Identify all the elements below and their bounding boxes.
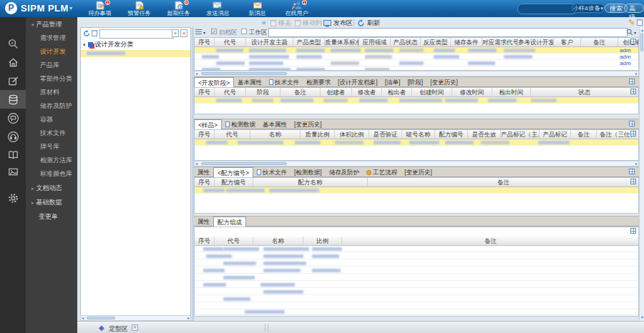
zone-close-icon[interactable]: ✕ xyxy=(132,324,138,331)
sidebar-item[interactable]: 储存及防护 xyxy=(26,99,77,113)
tab[interactable]: 属性 xyxy=(194,167,213,178)
tab[interactable]: [清单] xyxy=(381,77,404,88)
chat-icon[interactable] xyxy=(0,109,26,127)
hscrollbar[interactable]: ◂▸ xyxy=(194,71,639,76)
nav-new-message[interactable]: 新消息 xyxy=(238,0,277,17)
sidebar-item[interactable]: 标准颜色库 xyxy=(26,167,77,181)
sidebar-item[interactable]: 产品库 xyxy=(26,59,77,72)
table-row[interactable]: adm xyxy=(195,60,638,66)
column-header[interactable]: 储存条件 xyxy=(451,38,482,47)
table-row[interactable] xyxy=(195,97,638,104)
scrollbar-thumb[interactable] xyxy=(201,72,287,75)
tab[interactable]: <样品> xyxy=(194,119,222,130)
explore-search-icon[interactable] xyxy=(0,34,26,53)
tab[interactable]: <开发阶段> xyxy=(194,77,234,88)
scroll-arrow[interactable]: ◂ xyxy=(195,71,197,76)
tree-layers-icon[interactable] xyxy=(92,30,97,36)
tab[interactable]: [变更历史] xyxy=(291,119,326,130)
home-icon[interactable] xyxy=(0,53,26,71)
workspace-checkbox[interactable] xyxy=(241,29,247,34)
table-row[interactable] xyxy=(195,246,638,252)
sidebar-item[interactable]: 需求管理 xyxy=(26,31,77,45)
column-header[interactable]: 序号 xyxy=(195,88,215,97)
search-icon[interactable] xyxy=(626,29,633,36)
database-icon[interactable] xyxy=(0,90,26,109)
nav-todo-items[interactable]: 1 待办事项 xyxy=(80,0,119,17)
scroll-arrow[interactable]: ◂ xyxy=(195,161,197,166)
table-grid-icon[interactable] xyxy=(629,79,635,84)
column-header[interactable]: 备注 xyxy=(571,130,597,139)
tab[interactable]: 配方组成 xyxy=(213,217,246,227)
column-header[interactable]: 反应类型 xyxy=(421,38,451,47)
global-search-input[interactable] xyxy=(517,4,577,14)
filter-search-input[interactable] xyxy=(268,28,628,37)
table-row[interactable] xyxy=(195,274,638,281)
column-header[interactable]: 产品状态 xyxy=(391,38,421,47)
tree-expand-button[interactable]: + xyxy=(172,29,179,37)
column-header[interactable]: 质量体系标准 xyxy=(325,38,359,47)
column-header[interactable]: 备注 xyxy=(581,38,618,47)
column-header[interactable]: 唛号名称 xyxy=(402,130,435,139)
column-header[interactable]: 代号 xyxy=(215,88,246,97)
headset-icon[interactable] xyxy=(0,127,26,146)
tab[interactable]: [变更历史] xyxy=(401,167,436,178)
nav-online-users[interactable]: 1 在线用户 xyxy=(277,0,316,17)
search-scope-select[interactable]: 小样&设备▾ xyxy=(572,4,605,13)
tab[interactable]: [设计开发档案] xyxy=(334,77,381,88)
book-icon[interactable] xyxy=(0,145,26,164)
edit-pencil-icon[interactable]: ✎ xyxy=(628,18,635,27)
gallery-icon[interactable] xyxy=(0,162,26,181)
sidebar-item[interactable]: 检测方法库 xyxy=(26,154,77,167)
column-header[interactable]: 检出时间 xyxy=(492,88,531,97)
column-header[interactable]: 序号 xyxy=(195,237,215,246)
column-header[interactable]: 代号 xyxy=(215,130,250,139)
column-header[interactable]: 备注 xyxy=(342,237,638,246)
table-grid-icon[interactable] xyxy=(630,179,636,184)
column-header[interactable]: 质量比例 xyxy=(301,130,335,139)
nav-overdue-tasks[interactable]: 5 超期任务 xyxy=(159,0,198,17)
table-grid-icon[interactable] xyxy=(630,89,636,94)
tab[interactable]: 属性 xyxy=(194,217,213,227)
column-header[interactable]: 是否生效 xyxy=(468,130,501,139)
scroll-arrow[interactable]: ▾ xyxy=(640,315,644,320)
tree-refresh-icon[interactable] xyxy=(83,30,90,37)
column-header[interactable]: 创建者 xyxy=(321,88,352,97)
column-header[interactable]: 代号 xyxy=(215,237,253,246)
scrollbar-thumb[interactable] xyxy=(201,162,287,165)
tree-collapse-button[interactable]: × xyxy=(180,29,187,37)
column-header[interactable]: 检出者 xyxy=(382,88,412,97)
archive-checkbox[interactable]: ✓ xyxy=(211,29,217,34)
column-header[interactable]: 名称 xyxy=(250,130,301,139)
column-header[interactable]: 设计开发主题 xyxy=(246,38,293,47)
table-grid-icon[interactable] xyxy=(630,228,636,234)
table-row[interactable] xyxy=(195,289,638,295)
table-row[interactable] xyxy=(195,282,638,288)
column-header[interactable]: 序号 xyxy=(195,38,215,47)
table-grid-icon[interactable] xyxy=(629,169,635,174)
scrollbar-thumb[interactable] xyxy=(87,317,115,319)
view-mode-icon[interactable] xyxy=(195,29,202,35)
collapse-panel-button[interactable]: « xyxy=(262,19,266,26)
sidebar-section-docs[interactable]: ▸文档动态 xyxy=(26,181,77,195)
tab[interactable]: [变更历史] xyxy=(426,77,462,88)
column-header[interactable]: 应用领域 xyxy=(359,38,391,47)
table-grid-icon[interactable] xyxy=(630,39,636,44)
scroll-arrow[interactable]: ▸ xyxy=(635,161,638,166)
column-header[interactable]: 状态 xyxy=(531,88,638,97)
sidebar-section-product[interactable]: ▾产品管理 xyxy=(26,17,77,31)
column-header[interactable]: 备注 xyxy=(280,88,321,97)
scroll-arrow[interactable]: ▸ xyxy=(635,71,638,76)
tree-selected-node[interactable] xyxy=(81,50,190,57)
sidebar-item[interactable]: 牌号库 xyxy=(26,140,77,154)
column-header[interactable]: 客户 xyxy=(554,38,581,47)
sidebar-item[interactable]: 零部件分类 xyxy=(26,72,77,86)
column-header[interactable]: 配方编号 xyxy=(435,130,468,139)
table-grid-icon[interactable] xyxy=(630,131,636,136)
tab[interactable]: 技术文件 xyxy=(265,77,303,88)
sidebar-item[interactable]: 原材料 xyxy=(26,86,77,99)
settings-gear-icon[interactable] xyxy=(0,189,26,207)
tab[interactable]: 储存及防护 xyxy=(326,167,364,178)
tab[interactable]: 技术文件 xyxy=(253,167,291,178)
table-row[interactable]: adm xyxy=(195,47,638,54)
table-row[interactable] xyxy=(195,309,638,315)
